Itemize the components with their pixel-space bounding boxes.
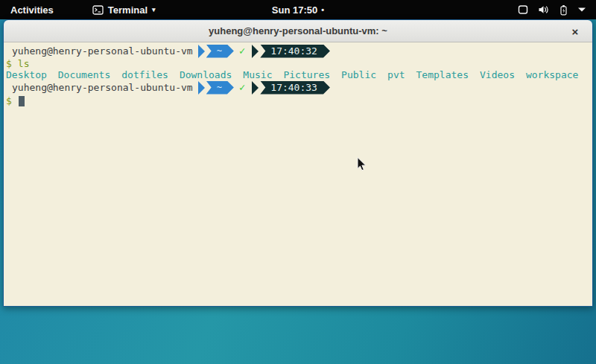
- directory-name: workspace: [526, 69, 578, 80]
- powerline-separator-icon: [198, 81, 205, 95]
- directory-name: Documents: [58, 69, 110, 80]
- directory-name: Pictures: [283, 69, 330, 80]
- activities-button[interactable]: Activities: [0, 0, 64, 19]
- powerline-separator-icon: [252, 81, 259, 95]
- prompt-time-segment: 17:40:32: [260, 45, 330, 58]
- directory-name: Videos: [480, 69, 515, 80]
- window-title: yuheng@henry-personal-ubuntu-vm: ~: [209, 25, 387, 36]
- status-check-icon: ✓: [239, 45, 245, 57]
- terminal-content[interactable]: yuheng@henry-personal-ubuntu-vm ~ ✓ 17:4…: [4, 42, 592, 306]
- status-check-icon: ✓: [239, 82, 245, 93]
- directory-name: Downloads: [180, 69, 232, 80]
- chevron-down-icon: ▾: [152, 7, 156, 13]
- directory-name: Templates: [416, 69, 469, 80]
- directory-name: Public: [341, 69, 376, 80]
- prompt-line: yuheng@henry-personal-ubuntu-vm ~ ✓ 17:4…: [6, 44, 591, 58]
- prompt-time-segment: 17:40:33: [260, 81, 330, 95]
- directory-name: Music: [243, 69, 272, 80]
- prompt-cwd-segment: ~: [206, 81, 234, 95]
- mouse-cursor-icon: [357, 157, 367, 175]
- clock-text: Sun 17:50: [272, 4, 317, 16]
- top-bar: Activities Terminal ▾ Sun 17:50 •: [0, 0, 596, 19]
- display-icon: [518, 4, 528, 15]
- battery-charging-icon: [559, 4, 568, 16]
- directory-name: dotfiles: [121, 69, 168, 80]
- prompt-line: yuheng@henry-personal-ubuntu-vm ~ ✓ 17:4…: [6, 80, 591, 95]
- terminal-icon: [92, 5, 104, 15]
- window-titlebar[interactable]: yuheng@henry-personal-ubuntu-vm: ~ ×: [4, 20, 592, 42]
- directory-name: pvt: [387, 69, 405, 80]
- prompt-cwd-segment: ~: [206, 45, 234, 58]
- powerline-separator-icon: [252, 45, 259, 58]
- command-line: $ ls: [6, 58, 591, 69]
- app-menu-terminal[interactable]: Terminal ▾: [85, 0, 163, 19]
- close-button[interactable]: ×: [567, 23, 583, 39]
- notification-dot: •: [321, 5, 324, 14]
- volume-icon: [538, 4, 549, 15]
- chevron-down-icon: [578, 7, 586, 12]
- powerline-separator-icon: [198, 45, 205, 58]
- ls-output: Desktop Documents dotfiles Downloads Mus…: [6, 69, 591, 80]
- system-status-menu[interactable]: [518, 0, 596, 19]
- prompt-user-host: yuheng@henry-personal-ubuntu-vm: [12, 45, 193, 57]
- directory-name: Desktop: [6, 69, 47, 80]
- terminal-window: yuheng@henry-personal-ubuntu-vm: ~ × yuh…: [3, 19, 593, 307]
- input-line: $: [6, 95, 591, 106]
- prompt-user-host: yuheng@henry-personal-ubuntu-vm: [12, 82, 193, 93]
- command-text: ls: [18, 58, 30, 69]
- prompt-symbol: $: [6, 58, 12, 69]
- terminal-cursor: [19, 96, 25, 106]
- app-menu-label: Terminal: [108, 4, 148, 16]
- prompt-symbol: $: [6, 95, 12, 106]
